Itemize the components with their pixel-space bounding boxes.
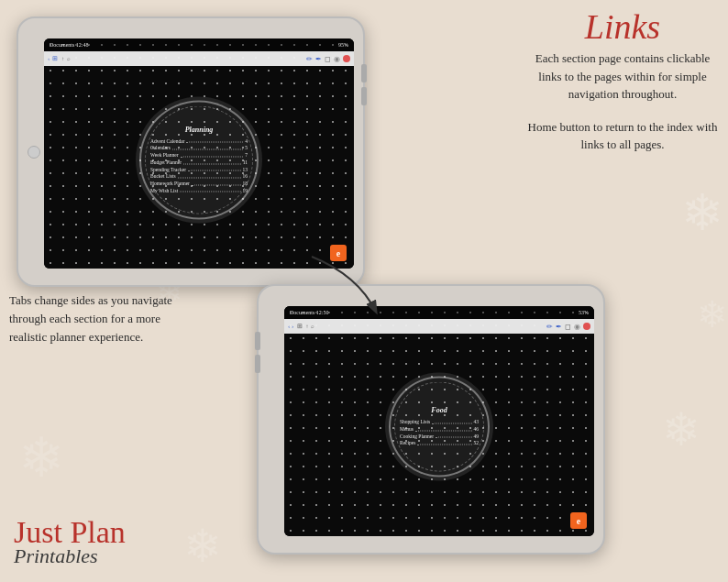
close-icon-2[interactable] xyxy=(583,323,590,330)
status-bar-bottom-right: 53% xyxy=(579,310,589,315)
home-button-text: Home button to return to the index with … xyxy=(526,118,719,154)
color-icon[interactable]: ◉ xyxy=(334,55,340,63)
toc-item-food-3: Cooking Planner 49 xyxy=(400,433,479,440)
close-icon[interactable] xyxy=(343,55,350,62)
eraser-icon-2[interactable]: ◻ xyxy=(565,323,571,331)
status-bar-top-right: 95% xyxy=(338,42,348,48)
side-tab-1 xyxy=(361,64,367,82)
toc-item-6: Bucket Lists 16 xyxy=(150,173,248,181)
search-icon-2[interactable]: ⌕ xyxy=(311,324,314,329)
curved-arrow xyxy=(303,247,394,321)
links-description: Each section page contains clickable lin… xyxy=(526,49,719,104)
toc-item-8: My Wish List 19 xyxy=(150,187,248,194)
links-section: Links Each section page contains clickab… xyxy=(526,9,719,154)
search-icon[interactable]: ⌕ xyxy=(67,56,71,61)
color-icon-2[interactable]: ◉ xyxy=(574,323,580,331)
grid-icon-2[interactable]: ⊞ xyxy=(297,323,303,330)
toc-circle-bottom: Food Shopping Lists 43 Menus 46 Cooking … xyxy=(389,376,490,477)
tabs-description: Tabs change sides as you navigate throug… xyxy=(9,291,193,346)
snowflake-right-top: ❄ xyxy=(681,183,723,242)
ipad-top-home-button[interactable] xyxy=(28,146,40,159)
ipad-bottom: Documents 12:50 53% ‹ › ⊞ ↑ ⌕ ✏ ✒ ◻ ◉ xyxy=(257,284,605,555)
pencil-icon-2[interactable]: ✏ xyxy=(546,323,553,331)
side-tab-4 xyxy=(255,355,260,373)
ipad-top-screen: Documents 12:48 95% ‹ ⊞ ↑ ⌕ ✏ ✒ ◻ ◉ xyxy=(44,38,354,269)
toolbar-bottom-tools: ✏ ✒ ◻ ◉ xyxy=(546,323,590,331)
links-title: Links xyxy=(526,9,719,44)
back-icon[interactable]: ‹ xyxy=(48,55,50,62)
pen-icon-2[interactable]: ✒ xyxy=(556,323,562,331)
eraser-icon[interactable]: ◻ xyxy=(325,55,331,63)
ipad-bottom-screen: Documents 12:50 53% ‹ › ⊞ ↑ ⌕ ✏ ✒ ◻ ◉ xyxy=(284,306,594,536)
grid-icon[interactable]: ⊞ xyxy=(52,55,58,62)
pencil-icon[interactable]: ✏ xyxy=(306,55,313,63)
side-tab-2 xyxy=(361,87,367,105)
logo-line1: Just Plan xyxy=(14,517,160,548)
toc-item-food-1: Shopping Lists 43 xyxy=(400,419,479,426)
ipad-top: Documents 12:48 95% ‹ ⊞ ↑ ⌕ ✏ ✒ ◻ ◉ xyxy=(17,16,365,287)
toc-item-5: Spending Tracker 13 xyxy=(150,166,248,173)
snowflake-right-bot: ❄ xyxy=(662,403,700,456)
toc-item-1: Advent Calendar 4 xyxy=(150,137,248,145)
toc-item-food-4: Recipes 52 xyxy=(400,440,479,447)
status-bar-top-left: Documents 12:48 xyxy=(50,42,89,48)
snowflake-bot: ❄ xyxy=(18,425,64,490)
logo: Just Plan Printables xyxy=(14,517,160,568)
toc-circle-top: Planning Advent Calendar 4 Calendars 5 W… xyxy=(139,100,259,219)
status-bar-top: Documents 12:48 95% xyxy=(44,38,354,51)
toc-item-food-2: Menus 46 xyxy=(400,425,479,433)
pen-icon[interactable]: ✒ xyxy=(315,55,322,63)
ipad-bottom-screen-content: Documents 12:50 53% ‹ › ⊞ ↑ ⌕ ✏ ✒ ◻ ◉ xyxy=(284,306,594,536)
toc-title-top: Planning xyxy=(185,125,214,133)
snowflake-bot-left: ❄ xyxy=(183,520,222,573)
tabs-section: Tabs change sides as you navigate throug… xyxy=(9,291,193,346)
share-icon[interactable]: ↑ xyxy=(61,56,64,61)
ipad-top-screen-content: Documents 12:48 95% ‹ ⊞ ↑ ⌕ ✏ ✒ ◻ ◉ xyxy=(44,38,354,269)
toolbar-bottom: ‹ › ⊞ ↑ ⌕ ✏ ✒ ◻ ◉ xyxy=(284,319,594,334)
logo-line2: Printables xyxy=(14,544,160,568)
toolbar-bottom-nav: ‹ › ⊞ ↑ ⌕ xyxy=(288,323,314,330)
toolbar-top: ‹ ⊞ ↑ ⌕ ✏ ✒ ◻ ◉ xyxy=(44,51,354,66)
share-icon-2[interactable]: ↑ xyxy=(305,324,308,329)
toolbar-top-nav: ‹ ⊞ ↑ ⌕ xyxy=(48,55,71,62)
toc-item-2: Calendars 5 xyxy=(150,145,248,152)
back-icon-2[interactable]: ‹ › xyxy=(288,323,293,330)
toc-item-3: Week Planner 7 xyxy=(150,152,248,159)
toc-title-bottom: Food xyxy=(431,406,447,414)
etsy-icon-bottom: e xyxy=(570,512,587,529)
snowflake-right-mid: ❄ xyxy=(697,293,728,336)
side-tab-3 xyxy=(255,332,260,350)
toc-item-7: Homework Planner 18 xyxy=(150,180,248,187)
toc-item-4: Budget Planner 11 xyxy=(150,159,248,166)
toolbar-top-tools: ✏ ✒ ◻ ◉ xyxy=(306,55,350,63)
